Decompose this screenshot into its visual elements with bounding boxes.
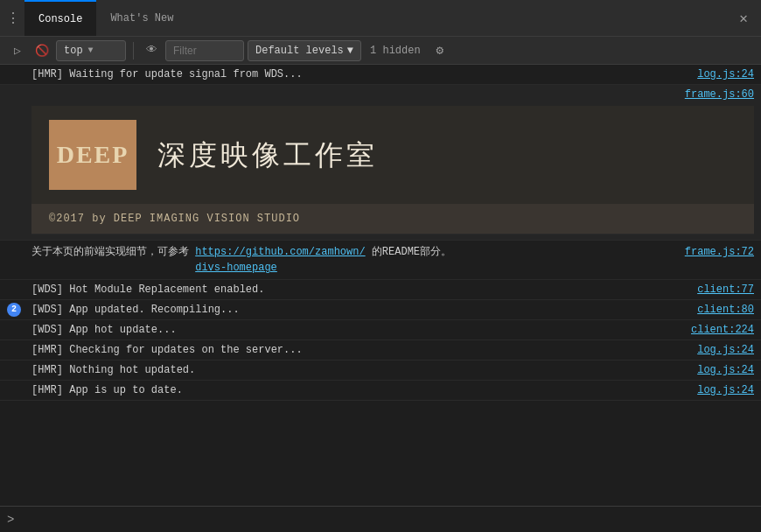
- console-source-6[interactable]: log.js:24: [683, 342, 754, 358]
- console-source-7[interactable]: log.js:24: [683, 362, 754, 378]
- play-icon[interactable]: ▷: [7, 40, 28, 61]
- console-source-4[interactable]: client:80: [683, 302, 754, 318]
- filter-input[interactable]: [165, 40, 244, 61]
- levels-arrow-icon: ▼: [347, 45, 353, 57]
- console-source-8[interactable]: log.js:24: [683, 382, 754, 398]
- console-line-7: [HMR] Nothing hot updated. log.js:24: [0, 360, 761, 381]
- hidden-count: 1 hidden: [370, 45, 421, 57]
- ref-link2[interactable]: divs-homepage: [195, 262, 277, 274]
- deep-title: 深度映像工作室: [157, 147, 378, 163]
- ref-source[interactable]: frame.js:72: [671, 244, 754, 260]
- context-select[interactable]: top ▼: [56, 40, 126, 61]
- ref-prefix: 关于本页的前端实现细节，可参考: [31, 244, 195, 260]
- separator: [133, 42, 134, 60]
- more-options-icon[interactable]: ⋮: [5, 3, 21, 34]
- close-button[interactable]: ✕: [731, 6, 756, 31]
- logo-text: DEEP: [57, 147, 129, 163]
- console-line-4: 2 [WDS] App updated. Recompiling... clie…: [0, 300, 761, 320]
- console-source-1[interactable]: log.js:24: [683, 66, 754, 82]
- context-arrow-icon: ▼: [88, 46, 94, 55]
- deep-header: DEEP 深度映像工作室: [31, 106, 754, 204]
- deep-logo: DEEP: [49, 120, 136, 190]
- console-source-3[interactable]: client:77: [683, 282, 754, 298]
- tab-bar: ⋮ Console What's New ✕: [0, 0, 761, 37]
- console-input-bar: >: [0, 506, 761, 532]
- console-text-7: [HMR] Nothing hot updated.: [31, 362, 683, 378]
- ref-line: 关于本页的前端实现细节，可参考 https://github.com/zamho…: [0, 241, 761, 280]
- console-text-5: [WDS] App hot update...: [31, 322, 677, 338]
- console-input[interactable]: [21, 514, 754, 526]
- gear-icon[interactable]: ⚙: [429, 40, 450, 61]
- repeat-badge: 2: [7, 303, 21, 317]
- console-source-5[interactable]: client:224: [677, 322, 754, 338]
- console-output: [HMR] Waiting for update signal from WDS…: [0, 65, 761, 506]
- tab-console[interactable]: Console: [24, 0, 96, 36]
- tab-console-label: Console: [38, 13, 82, 25]
- console-text-8: [HMR] App is up to date.: [31, 382, 683, 398]
- console-text-3: [WDS] Hot Module Replacement enabled.: [31, 282, 683, 298]
- embedded-content: DEEP 深度映像工作室 ©2017 by DEEP IMAGING VISIO…: [31, 106, 754, 234]
- levels-dropdown[interactable]: Default levels ▼: [248, 40, 361, 61]
- console-text-6: [HMR] Checking for updates on the server…: [31, 342, 683, 358]
- console-text-4: [WDS] App updated. Recompiling...: [31, 302, 683, 318]
- console-line-3: [WDS] Hot Module Replacement enabled. cl…: [0, 280, 761, 300]
- console-text-1: [HMR] Waiting for update signal from WDS…: [31, 66, 683, 82]
- deep-copyright: ©2017 by DEEP IMAGING VISION STUDIO: [31, 204, 754, 234]
- tab-whats-new-label: What's New: [110, 12, 173, 24]
- ref-link[interactable]: https://github.com/zamhown/divs-homepage: [195, 244, 365, 276]
- context-value: top: [64, 45, 83, 57]
- ref-link-text[interactable]: https://github.com/zamhown/: [195, 246, 365, 258]
- console-source-2[interactable]: frame.js:60: [671, 87, 754, 102]
- console-line-6: [HMR] Checking for updates on the server…: [0, 340, 761, 360]
- console-prompt: >: [7, 513, 14, 527]
- levels-label: Default levels: [255, 45, 344, 57]
- tab-whats-new[interactable]: What's New: [96, 0, 187, 36]
- ref-suffix: 的README部分。: [366, 244, 451, 260]
- console-line-8: [HMR] App is up to date. log.js:24: [0, 381, 761, 401]
- toolbar: ▷ 🚫 top ▼ 👁 Default levels ▼ 1 hidden ⚙: [0, 37, 761, 65]
- console-line-2: frame.js:60 DEEP 深度映像工作室 ©2017 by DEEP I…: [0, 85, 761, 241]
- eye-icon[interactable]: 👁: [141, 40, 162, 61]
- console-line-1: [HMR] Waiting for update signal from WDS…: [0, 65, 761, 85]
- block-icon[interactable]: 🚫: [31, 40, 52, 61]
- console-line-5: [WDS] App hot update... client:224: [0, 320, 761, 340]
